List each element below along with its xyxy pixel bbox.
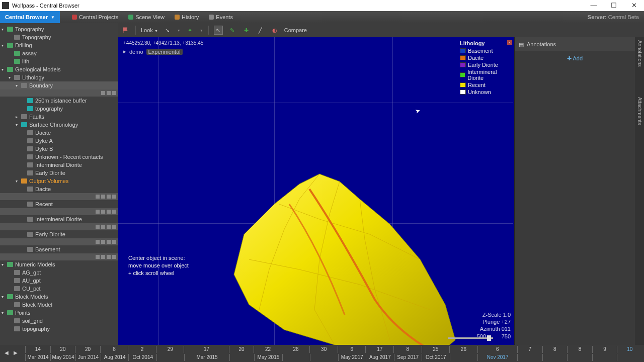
pencil-tool-button[interactable]: ✎ [228, 26, 237, 35]
lithology-legend[interactable]: × Lithology BasementDaciteEarly DioriteI… [458, 39, 513, 96]
tree-item[interactable]: Intermineral Diorite [35, 216, 82, 222]
tree-item[interactable]: Unknown - Recent contacts [35, 154, 103, 160]
geological-volume[interactable] [219, 159, 460, 360]
timeline-day[interactable]: 8 [567, 346, 592, 353]
legend-item[interactable]: Early Diorite [458, 61, 513, 68]
timeline-month[interactable] [310, 354, 338, 361]
timeline-day[interactable]: 8 [393, 346, 422, 353]
compare-label[interactable]: Compare [284, 27, 307, 33]
tab-events[interactable]: Events [204, 11, 238, 23]
timeline-month[interactable] [542, 354, 568, 361]
tree-numeric[interactable]: Numeric Models [15, 261, 55, 267]
tree-output-volumes[interactable]: Output Volumes [29, 178, 68, 184]
look-dropdown[interactable]: Look ▼ [141, 27, 158, 33]
timeline-prev-button[interactable]: ◀ [3, 350, 10, 357]
timeline-day[interactable]: 20 [50, 346, 75, 353]
timeline-month[interactable]: Aug 2017 [366, 354, 393, 361]
vtab-annotations[interactable]: Annotations [637, 40, 642, 67]
tree-item[interactable]: Topography [22, 34, 51, 40]
vtab-attachments[interactable]: Attachments [637, 97, 642, 125]
maximize-button[interactable]: ☐ [604, 0, 624, 11]
timeline-day[interactable]: 20 [75, 346, 100, 353]
tree-item[interactable]: Early Diorite [35, 170, 65, 176]
timeline-next-button[interactable]: ▶ [12, 350, 19, 357]
tree-item[interactable]: Faults [29, 114, 44, 120]
timeline-day[interactable]: 20 [229, 346, 254, 353]
tab-history[interactable]: History [170, 11, 204, 23]
timeline-day[interactable]: 26 [449, 346, 477, 353]
timeline-month[interactable]: Oct 2017 [422, 354, 449, 361]
tree-drilling[interactable]: Drilling [15, 42, 32, 48]
timeline-month[interactable]: Jun 2014 [75, 354, 101, 361]
timeline[interactable]: ◀ ▶ 14202082291720222630617825266788910 … [0, 345, 644, 362]
timeline-day[interactable]: 10 [617, 346, 642, 353]
flag-tool-button[interactable] [121, 26, 130, 35]
timeline-month[interactable] [282, 354, 310, 361]
tree-geo[interactable]: Geological Models [15, 66, 61, 72]
timeline-month[interactable]: Aug 2014 [101, 354, 128, 361]
timeline-month[interactable]: Nov 2017 [477, 354, 517, 361]
tree-item[interactable]: Lithology [22, 74, 44, 80]
tree-item[interactable]: CU_pct [22, 286, 41, 292]
timeline-month[interactable] [156, 354, 184, 361]
tree-item[interactable]: assay [22, 50, 37, 56]
timeline-day[interactable]: 25 [422, 346, 450, 353]
tree-item[interactable]: Early Diorite [35, 231, 65, 237]
scale-slider[interactable] [448, 337, 493, 339]
timeline-month[interactable]: Sep 2017 [394, 354, 422, 361]
timeline-day[interactable]: 6 [338, 346, 366, 353]
tree-item[interactable]: Basement [35, 246, 60, 252]
minimize-button[interactable]: — [584, 0, 604, 11]
tab-scene-view[interactable]: Scene View [123, 11, 170, 23]
timeline-month[interactable]: Mar 2014 [25, 354, 50, 361]
tree-item[interactable]: Dyke B [35, 146, 53, 152]
legend-item[interactable]: Intermineral Diorite [458, 68, 513, 81]
timeline-month[interactable]: Mar 2015 [184, 354, 229, 361]
timeline-day[interactable]: 17 [365, 346, 393, 353]
tree-item[interactable]: Surface Chronology [29, 122, 78, 128]
tree-block[interactable]: Block Models [15, 294, 48, 300]
tree-item[interactable]: Dyke A [35, 138, 53, 144]
timeline-day[interactable]: 17 [184, 346, 228, 353]
timeline-month[interactable] [450, 354, 477, 361]
3d-viewport[interactable]: Look ▼ ↘ ▼ ✦ ▼ ↖ ✎ ✚ ╱ ◐ Compare +445252… [118, 23, 644, 345]
tree-item[interactable]: topography [35, 106, 63, 112]
tree-boundary[interactable]: Boundary [29, 82, 53, 88]
tree-item[interactable]: lith [22, 58, 29, 64]
measure-tool-button[interactable]: ↘ [163, 26, 172, 35]
timeline-day[interactable]: 8 [100, 346, 128, 353]
timeline-day[interactable]: 7 [517, 346, 542, 353]
timeline-day[interactable]: 22 [254, 346, 282, 353]
timeline-month[interactable]: May 2014 [50, 354, 75, 361]
close-button[interactable]: ✕ [624, 0, 644, 11]
timeline-month[interactable]: May 2015 [254, 354, 282, 361]
legend-close-button[interactable]: × [507, 40, 512, 45]
tree-item[interactable]: topography [22, 326, 50, 332]
timeline-day[interactable]: 2 [128, 346, 156, 353]
tree-item[interactable]: Block Model [22, 302, 52, 308]
add-annotation-button[interactable]: ✚ Add [515, 51, 635, 66]
tree-item[interactable]: Dacite [35, 186, 51, 192]
tree-points[interactable]: Points [15, 310, 31, 316]
tab-central-projects[interactable]: Central Projects [67, 11, 123, 23]
select-tool-button[interactable]: ↖ [214, 26, 223, 35]
tree-item[interactable]: Recent [35, 201, 53, 207]
timeline-month[interactable] [592, 354, 617, 361]
timeline-day[interactable]: 29 [156, 346, 184, 353]
timeline-month[interactable] [517, 354, 542, 361]
tree-item[interactable]: AU_gpt [22, 278, 41, 284]
legend-item[interactable]: Dacite [458, 54, 513, 61]
tree-topography[interactable]: Topography [15, 26, 44, 32]
timeline-month[interactable] [567, 354, 592, 361]
tree-item[interactable]: Intermineral Diorite [35, 162, 82, 168]
tree-item[interactable]: soil_grid [22, 318, 43, 324]
timeline-month[interactable]: Oct 2014 [128, 354, 156, 361]
timeline-day[interactable]: 14 [25, 346, 50, 353]
compare-button[interactable]: ◐ [270, 26, 279, 35]
ruler-tool-button[interactable]: ╱ [256, 26, 265, 35]
tree-item[interactable]: AG_gpt [22, 269, 41, 276]
timeline-month[interactable]: May 2017 [338, 354, 366, 361]
timeline-month[interactable] [229, 354, 255, 361]
timeline-day[interactable]: 9 [592, 346, 617, 353]
legend-item[interactable]: Recent [458, 81, 513, 88]
